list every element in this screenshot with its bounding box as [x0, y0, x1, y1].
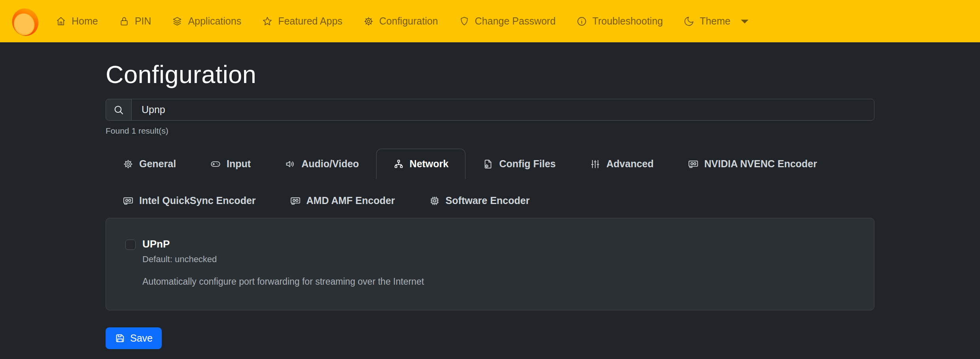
tab-label: Network	[410, 158, 449, 170]
search-group	[106, 99, 874, 121]
network-diagram-icon	[393, 159, 404, 170]
upnp-description: Automatically configure port forwarding …	[142, 276, 855, 287]
nav-label: Home	[72, 15, 98, 27]
nav-item-home[interactable]: Home	[45, 0, 108, 42]
info-circle-icon	[576, 16, 587, 27]
file-gear-icon	[482, 159, 494, 170]
search-input[interactable]	[131, 99, 874, 121]
sunshine-logo-icon	[10, 6, 40, 36]
tab-label: Input	[227, 158, 251, 170]
nav-label: Change Password	[475, 15, 556, 27]
tab-label: Intel QuickSync Encoder	[139, 195, 256, 206]
network-settings-panel: UPnP Default: unchecked Automatically co…	[106, 218, 874, 310]
tab-software-encoder[interactable]: Software Encoder	[412, 185, 547, 216]
nav-item-featured-apps[interactable]: Featured Apps	[252, 0, 353, 42]
nav-item-configuration[interactable]: Configuration	[353, 0, 448, 42]
navbar-items: Home PIN Applications Featured Apps	[45, 0, 761, 42]
gpu-card-icon	[290, 195, 301, 206]
cpu-icon	[429, 195, 440, 206]
moon-icon	[683, 16, 694, 27]
nav-label: Applications	[188, 15, 241, 27]
nav-item-troubleshooting[interactable]: Troubleshooting	[566, 0, 673, 42]
tab-audio-video[interactable]: Audio/Video	[268, 149, 376, 179]
nav-item-change-password[interactable]: Change Password	[448, 0, 566, 42]
nav-item-pin[interactable]: PIN	[108, 0, 162, 42]
shield-icon	[459, 16, 470, 27]
configuration-page: Configuration Found 1 result(s) General	[106, 42, 874, 349]
nav-label: PIN	[135, 15, 151, 27]
upnp-checkbox[interactable]	[125, 240, 136, 250]
tab-label: AMD AMF Encoder	[306, 195, 395, 206]
tab-label: General	[139, 158, 176, 170]
upnp-setting: UPnP	[125, 238, 855, 250]
gpu-card-icon	[123, 195, 134, 206]
sunshine-logo[interactable]	[10, 4, 40, 38]
search-results-count: Found 1 result(s)	[106, 126, 874, 136]
nav-item-theme[interactable]: Theme	[673, 0, 761, 42]
tab-label: Audio/Video	[301, 158, 359, 170]
lock-icon	[119, 16, 130, 27]
gear-icon	[123, 159, 134, 170]
gamepad-icon	[210, 159, 221, 170]
tab-advanced[interactable]: Advanced	[573, 149, 670, 179]
config-tabs: General Input Audio/Video	[106, 149, 874, 216]
tab-config-files[interactable]: Config Files	[465, 149, 573, 179]
tab-network[interactable]: Network	[376, 149, 466, 179]
tab-general[interactable]: General	[106, 149, 193, 179]
tab-label: Advanced	[606, 158, 653, 170]
tab-label: Config Files	[499, 158, 556, 170]
house-icon	[55, 16, 66, 27]
nav-item-applications[interactable]: Applications	[161, 0, 252, 42]
upnp-default-value: Default: unchecked	[142, 254, 855, 265]
save-button-label: Save	[130, 333, 153, 344]
tab-nvidia-nvenc-encoder[interactable]: NVIDIA NVENC Encoder	[671, 149, 834, 179]
tab-amd-amf-encoder[interactable]: AMD AMF Encoder	[273, 185, 412, 216]
nav-label: Configuration	[379, 15, 438, 27]
page-title: Configuration	[106, 60, 874, 89]
search-icon	[113, 104, 125, 116]
speaker-icon	[285, 159, 296, 170]
tab-label: NVIDIA NVENC Encoder	[704, 158, 817, 170]
upnp-label[interactable]: UPnP	[142, 238, 170, 250]
star-icon	[262, 16, 273, 27]
top-navbar: Home PIN Applications Featured Apps	[0, 0, 980, 42]
sliders-icon	[590, 159, 601, 170]
floppy-save-icon	[115, 333, 125, 344]
gear-icon	[363, 16, 374, 27]
nav-label: Theme	[700, 15, 730, 27]
gpu-card-icon	[688, 159, 699, 170]
search-addon	[106, 99, 132, 121]
nav-label: Troubleshooting	[592, 15, 663, 27]
tab-label: Software Encoder	[446, 195, 530, 206]
nav-label: Featured Apps	[278, 15, 342, 27]
tab-intel-quicksync-encoder[interactable]: Intel QuickSync Encoder	[106, 185, 273, 216]
tab-input[interactable]: Input	[193, 149, 268, 179]
save-button[interactable]: Save	[106, 327, 162, 349]
chevron-down-icon	[739, 16, 750, 27]
stack-icon	[172, 16, 183, 27]
